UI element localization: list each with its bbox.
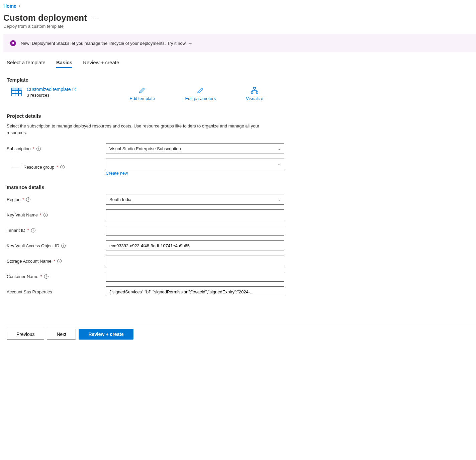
rocket-icon [10,40,16,46]
banner-try-link[interactable]: Try it now → [167,40,193,46]
chevron-right-icon: 〉 [18,4,22,9]
template-icon [11,87,22,97]
info-icon[interactable]: i [57,259,62,263]
chevron-down-icon: ⌄ [278,147,281,151]
required-indicator: * [40,212,41,217]
tenant-id-input[interactable] [106,225,284,236]
info-banner: New! Deployment Stacks let you manage th… [3,34,476,52]
previous-button[interactable]: Previous [7,329,44,340]
page-subtitle: Deploy from a custom template [3,24,476,29]
key-vault-name-label: Key Vault Name [7,212,38,217]
breadcrumb: Home 〉 [3,3,476,9]
tab-basics[interactable]: Basics [56,60,72,68]
template-heading: Template [3,77,476,83]
tab-select-template[interactable]: Select a template [7,60,45,68]
create-new-link[interactable]: Create new [106,171,128,176]
region-label: Region [7,197,20,202]
breadcrumb-home[interactable]: Home [3,3,16,9]
svg-rect-6 [254,87,256,89]
tabs: Select a template Basics Review + create [3,60,476,68]
subscription-select[interactable]: Visual Studio Enterprise Subscription ⌄ [106,143,284,154]
region-select[interactable]: South India ⌄ [106,194,284,205]
info-icon[interactable]: i [43,213,48,217]
info-icon[interactable]: i [60,165,65,169]
project-details-heading: Project details [3,113,476,119]
edit-parameters-button[interactable]: Edit parameters [185,87,216,101]
required-indicator: * [22,197,24,202]
template-resources-count: 3 resources [27,93,76,98]
review-create-button[interactable]: Review + create [79,329,133,340]
svg-rect-8 [256,92,258,93]
footer-bar: Previous Next Review + create [3,324,476,344]
info-icon[interactable]: i [26,197,30,202]
storage-account-name-label: Storage Account Name [7,259,52,264]
project-details-description: Select the subscription to manage deploy… [3,123,268,136]
info-icon[interactable]: i [36,147,41,151]
arrow-right-icon: → [188,40,193,46]
hierarchy-icon [251,87,258,94]
instance-details-heading: Instance details [3,184,476,190]
container-name-input[interactable] [106,271,284,282]
chevron-down-icon: ⌄ [278,197,281,202]
key-vault-name-input[interactable] [106,209,284,220]
storage-account-name-input[interactable] [106,256,284,266]
external-link-icon [72,87,76,91]
pencil-icon [197,87,204,94]
required-indicator: * [54,259,55,264]
tenant-id-label: Tenant ID [7,228,25,233]
info-icon[interactable]: i [31,228,35,233]
container-name-label: Container Name [7,274,38,279]
tree-connector [11,160,19,168]
subscription-label: Subscription [7,146,31,151]
next-button[interactable]: Next [47,329,76,340]
required-indicator: * [57,165,58,170]
banner-text: New! Deployment Stacks let you manage th… [21,40,193,46]
resource-group-select[interactable]: ⌄ [106,159,284,169]
account-sas-label: Account Sas Properties [7,289,52,294]
resource-group-label: Resource group [23,165,55,170]
pencil-icon [138,87,146,94]
visualize-button[interactable]: Visualize [246,87,263,101]
info-icon[interactable]: i [61,244,66,248]
required-indicator: * [40,274,42,279]
svg-rect-7 [251,92,253,93]
kv-access-object-id-label: Key Vault Access Object ID [7,243,59,248]
chevron-down-icon: ⌄ [278,162,281,166]
customized-template-link[interactable]: Customized template [27,87,76,92]
more-menu-button[interactable]: ··· [93,14,99,21]
svg-rect-1 [12,88,22,91]
page-title: Custom deployment [3,13,87,23]
tab-review-create[interactable]: Review + create [83,60,119,68]
required-indicator: * [27,228,29,233]
info-icon[interactable]: i [44,274,49,279]
kv-access-object-id-input[interactable] [106,240,284,251]
template-card: Customized template 3 resources [11,87,76,98]
edit-template-button[interactable]: Edit template [130,87,155,101]
required-indicator: * [33,146,34,151]
account-sas-input[interactable] [106,286,284,297]
